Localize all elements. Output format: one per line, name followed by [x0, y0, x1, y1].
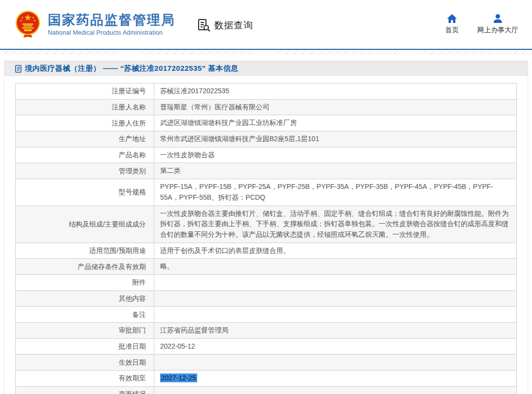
- table-row: 备注: [16, 307, 517, 323]
- row-label: 适用范围/预期用途: [16, 243, 154, 259]
- table-row: 生产地址常州市武进区湖塘镇湖塘科技产业园B2座5层,1层101: [16, 131, 517, 147]
- row-value: 略。: [154, 259, 517, 275]
- registration-table: 注册证编号苏械注准20172022535注册人名称普瑞斯星（常州）医疗器械有限公…: [15, 83, 517, 394]
- row-value: [154, 354, 517, 371]
- site-logo[interactable]: 国家药品监督管理局 National Medical Products Admi…: [15, 10, 175, 39]
- table-row: 生效日期: [16, 354, 517, 371]
- row-value: 普瑞斯星（常州）医疗器械有限公司: [154, 99, 517, 115]
- row-value: [154, 386, 517, 394]
- site-header: 国家药品监督管理局 National Medical Products Admi…: [0, 0, 532, 49]
- home-icon: [447, 14, 457, 23]
- row-label: 注册人住所: [16, 115, 154, 131]
- table-row: 适用范围/预期用途适用于创伤及手术切口的表层皮肤缝合用。: [16, 243, 517, 259]
- row-value: [154, 307, 517, 323]
- row-label: 附件: [16, 274, 154, 290]
- row-value: 武进区湖塘镇湖塘科技产业园工业坊标准厂房: [154, 115, 517, 131]
- row-value: 一次性皮肤吻合器主要由推钉片、储钉盒、活动手柄、固定手柄、缝合钉组成；缝合钉有良…: [154, 206, 517, 243]
- table-row: 注册证编号苏械注准20172022535: [16, 83, 517, 100]
- row-label: 批准日期: [16, 338, 154, 354]
- row-label: 生产地址: [16, 131, 154, 147]
- national-emblem-icon: [15, 10, 41, 39]
- logo-title-cn: 国家药品监督管理局: [48, 13, 175, 28]
- table-row: 注册人住所武进区湖塘镇湖塘科技产业园工业坊标准厂房: [16, 115, 517, 131]
- breadcrumb: 境内医疗器械（注册） —— “苏械注准20172022535” 基本信息: [4, 61, 528, 76]
- document-icon: [15, 65, 22, 73]
- row-value: 第二类: [154, 163, 517, 179]
- table-row: 审批部门江苏省药品监督管理局: [16, 323, 517, 339]
- row-label: 产品名称: [16, 147, 154, 163]
- table-row: 产品名称一次性皮肤吻合器: [16, 147, 517, 163]
- row-label: 注册人名称: [16, 99, 154, 115]
- row-value: 适用于创伤及手术切口的表层皮肤缝合用。: [154, 243, 517, 259]
- content-panel: 境内医疗器械（注册） —— “苏械注准20172022535” 基本信息 注册证…: [4, 61, 528, 394]
- row-value: 苏械注准20172022535: [154, 83, 517, 100]
- page-title: 境内医疗器械（注册） —— “苏械注准20172022535” 基本信息: [25, 64, 238, 73]
- row-value: 江苏省药品监督管理局: [154, 323, 517, 339]
- row-value: PYPF-15A，PYPF-15B，PYPF-25A，PYPF-25B，PYPF…: [154, 179, 517, 206]
- row-label: 有效期至: [16, 371, 154, 387]
- selected-expiry-date: 2027-12-25: [160, 373, 197, 382]
- logo-title-en: National Medical Products Administration: [48, 29, 175, 36]
- hatch-band: [0, 50, 532, 55]
- nav-label: 首页: [445, 26, 459, 35]
- registration-table-body: 注册证编号苏械注准20172022535注册人名称普瑞斯星（常州）医疗器械有限公…: [16, 83, 517, 394]
- row-label: 变更情况: [16, 386, 154, 394]
- doc-search-icon: [197, 18, 211, 33]
- row-label: 备注: [16, 307, 154, 323]
- row-label: 管理类别: [16, 163, 154, 179]
- table-row: 产品储存条件及有效期略。: [16, 259, 517, 275]
- user-icon: [492, 14, 503, 23]
- table-row: 其他内容: [16, 290, 517, 307]
- row-label: 生效日期: [16, 354, 154, 371]
- logo-text: 国家药品监督管理局 National Medical Products Admi…: [48, 13, 175, 36]
- row-label: 审批部门: [16, 323, 154, 339]
- table-row: 结构及组成/主要组成成分一次性皮肤吻合器主要由推钉片、储钉盒、活动手柄、固定手柄…: [16, 206, 517, 243]
- row-label: 型号规格: [16, 179, 154, 206]
- row-value: [154, 290, 517, 307]
- row-label: 产品储存条件及有效期: [16, 259, 154, 275]
- table-row: 附件: [16, 274, 517, 290]
- row-value: 一次性皮肤吻合器: [154, 147, 517, 163]
- nav-item-home[interactable]: 首页: [445, 14, 459, 35]
- table-row: 批准日期2022-05-12: [16, 338, 517, 354]
- row-label: 注册证编号: [16, 83, 154, 100]
- table-row: 管理类别第二类: [16, 163, 517, 179]
- table-row: 型号规格PYPF-15A，PYPF-15B，PYPF-25A，PYPF-25B，…: [16, 179, 517, 206]
- data-query-label: 数据查询: [214, 19, 253, 32]
- nav-label: 网上办事大厅: [477, 26, 518, 35]
- row-label: 其他内容: [16, 290, 154, 307]
- row-value: [154, 274, 517, 290]
- row-value: 2022-05-12: [154, 338, 517, 354]
- table-row: 有效期至2027-12-25: [16, 371, 517, 387]
- row-label: 结构及组成/主要组成成分: [16, 206, 154, 243]
- nav-item-online-hall[interactable]: 网上办事大厅: [477, 14, 518, 35]
- row-value: 2027-12-25: [154, 371, 517, 387]
- header-nav: 首页 网上办事大厅: [445, 14, 518, 36]
- data-query-link[interactable]: 数据查询: [197, 18, 253, 33]
- table-row: 注册人名称普瑞斯星（常州）医疗器械有限公司: [16, 99, 517, 115]
- table-row: 变更情况: [16, 386, 517, 394]
- row-value: 常州市武进区湖塘镇湖塘科技产业园B2座5层,1层101: [154, 131, 517, 147]
